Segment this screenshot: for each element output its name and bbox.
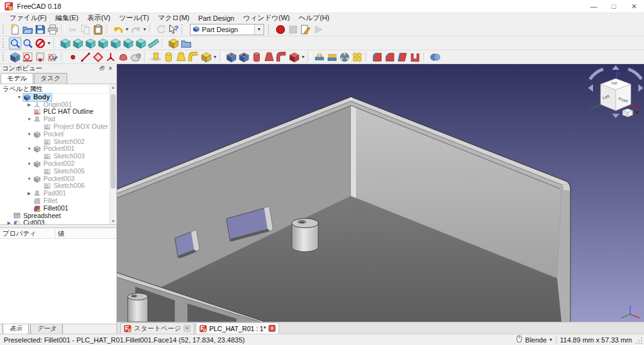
minimize-button[interactable]: — xyxy=(584,0,604,13)
menu-part-design[interactable]: Part Design xyxy=(194,14,238,22)
close-panel-icon[interactable]: ✕ xyxy=(106,65,114,72)
measure-distance-icon[interactable] xyxy=(147,37,160,50)
map-sketch-icon[interactable] xyxy=(34,51,47,63)
menu-tools[interactable]: ツール(T) xyxy=(114,13,153,23)
tree-item-sketch005[interactable]: Sketch005 xyxy=(0,168,116,175)
refresh-icon[interactable] xyxy=(155,23,167,36)
hole-icon[interactable] xyxy=(238,51,250,63)
tree-scrollbar[interactable]: ▲ ▼ xyxy=(109,84,116,224)
tree-item-plc-hat-outline[interactable]: PLC HAT Outline xyxy=(0,108,116,116)
chevron-right-icon[interactable]: ▶ xyxy=(25,101,33,109)
toolbar-handle[interactable] xyxy=(181,25,185,34)
create-group-icon[interactable] xyxy=(180,37,192,50)
pad-icon[interactable] xyxy=(150,51,162,63)
chevron-down-icon[interactable]: ▼ xyxy=(25,116,33,123)
tree-item-pocket[interactable]: ▼Pocket xyxy=(0,131,116,138)
scrollbar-thumb[interactable] xyxy=(111,94,116,189)
additive-primitive-icon[interactable] xyxy=(200,51,213,63)
chevron-down-icon[interactable]: ▼ xyxy=(254,25,264,35)
view-isometric-icon[interactable] xyxy=(59,37,72,50)
close-tab-icon[interactable]: ✕ xyxy=(184,325,191,332)
dropdown-caret-icon[interactable]: ▼ xyxy=(125,27,130,31)
menu-edit[interactable]: 編集(E) xyxy=(51,13,83,23)
subtractive-pipe-icon[interactable] xyxy=(275,51,288,63)
dropdown-caret-icon[interactable]: ▼ xyxy=(213,55,218,59)
view-rear-icon[interactable] xyxy=(109,37,122,50)
macro-record-icon[interactable] xyxy=(274,23,287,36)
tab-view[interactable]: 表示 xyxy=(3,324,29,334)
view-left-icon[interactable] xyxy=(135,37,147,50)
subtractive-primitive-icon[interactable] xyxy=(288,51,301,63)
thickness-icon[interactable] xyxy=(409,51,421,63)
print-icon[interactable] xyxy=(47,23,59,36)
close-tab-icon[interactable]: ✕ xyxy=(269,325,275,332)
datum-point-icon[interactable] xyxy=(67,51,79,63)
chevron-down-icon[interactable]: ▼ xyxy=(25,175,33,183)
pocket-icon[interactable] xyxy=(225,51,238,63)
subtractive-loft-icon[interactable] xyxy=(263,51,275,63)
open-icon[interactable] xyxy=(21,23,34,36)
float-panel-icon[interactable]: 🗗 xyxy=(98,65,106,72)
tab-tasks[interactable]: タスク xyxy=(34,73,67,84)
edit-sketch-icon[interactable] xyxy=(47,51,59,63)
multi-transform-icon[interactable] xyxy=(351,51,364,63)
menu-view[interactable]: 表示(V) xyxy=(83,13,115,23)
fit-selection-icon[interactable] xyxy=(21,37,34,50)
nav-style-selector[interactable]: Blende ▼ xyxy=(525,336,553,344)
chevron-down-icon[interactable]: ▼ xyxy=(25,160,33,168)
additive-loft-icon[interactable] xyxy=(175,51,187,63)
new-document-icon[interactable] xyxy=(9,23,21,36)
resize-grip[interactable] xyxy=(635,336,643,344)
tree-item-cut003[interactable]: ▶Cut003 xyxy=(0,219,116,224)
shape-binder-icon[interactable] xyxy=(117,51,130,63)
fit-all-icon[interactable] xyxy=(9,37,21,50)
redo-icon[interactable] xyxy=(130,23,142,36)
dropdown-caret-icon[interactable]: ▼ xyxy=(301,55,306,59)
menu-windows[interactable]: ウィンドウ(W) xyxy=(239,13,294,23)
cut-icon[interactable]: ✂ xyxy=(67,23,79,36)
save-icon[interactable] xyxy=(34,23,47,36)
boolean-icon[interactable] xyxy=(429,51,441,63)
view-top-icon[interactable] xyxy=(84,37,97,50)
clone-icon[interactable] xyxy=(130,51,142,63)
additive-pipe-icon[interactable] xyxy=(187,51,200,63)
linear-pattern-icon[interactable] xyxy=(326,51,338,63)
create-body-icon[interactable] xyxy=(9,51,21,63)
chevron-right-icon[interactable]: ▶ xyxy=(5,219,13,224)
dropdown-caret-icon[interactable]: ▼ xyxy=(142,27,147,31)
scroll-up-icon[interactable]: ▲ xyxy=(110,84,116,90)
view-right-icon[interactable] xyxy=(97,37,109,50)
3d-viewport[interactable]: z Top Left Front x xyxy=(117,64,644,322)
chevron-down-icon[interactable]: ▼ xyxy=(15,94,23,101)
polar-pattern-icon[interactable] xyxy=(338,51,351,63)
groove-icon[interactable] xyxy=(250,51,263,63)
datum-plane-icon[interactable] xyxy=(92,51,104,63)
toolbar-handle[interactable] xyxy=(3,38,6,48)
paste-icon[interactable] xyxy=(92,23,104,36)
copy-icon[interactable] xyxy=(79,23,92,36)
chevron-right-icon[interactable]: ▶ xyxy=(25,190,33,197)
workbench-selector[interactable]: Part Design ▼ xyxy=(190,24,264,35)
close-button[interactable]: ✕ xyxy=(624,0,644,13)
datum-coordinate-system-icon[interactable] xyxy=(104,51,117,63)
chamfer-icon[interactable] xyxy=(384,51,396,63)
toolbar-handle[interactable] xyxy=(3,25,6,34)
tree-item-fillet001[interactable]: Fillet001 xyxy=(0,205,116,212)
tree-item-spreadsheet[interactable]: Spreadsheet xyxy=(0,212,116,220)
draft-icon[interactable] xyxy=(396,51,409,63)
macro-execute-icon[interactable] xyxy=(312,23,325,36)
tab-model[interactable]: モデル xyxy=(1,73,33,84)
mirrored-icon[interactable] xyxy=(313,51,326,63)
macro-edit-icon[interactable] xyxy=(299,23,312,36)
document-tab-plc-hat-r01[interactable]: PLC_HAT_R01 : 1*✕ xyxy=(196,322,279,334)
chevron-down-icon[interactable]: ▼ xyxy=(25,131,33,138)
menu-file[interactable]: ファイル(F) xyxy=(5,13,51,23)
datum-line-icon[interactable] xyxy=(79,51,92,63)
revolution-icon[interactable] xyxy=(162,51,175,63)
view-bottom-icon[interactable] xyxy=(122,37,135,50)
tree-item-body[interactable]: ▼Body xyxy=(0,94,116,101)
dropdown-caret-icon[interactable]: ▼ xyxy=(47,41,52,45)
property-list[interactable] xyxy=(0,239,116,324)
toolbar-handle[interactable] xyxy=(268,25,272,34)
whats-this-icon[interactable]: ? xyxy=(167,23,180,36)
